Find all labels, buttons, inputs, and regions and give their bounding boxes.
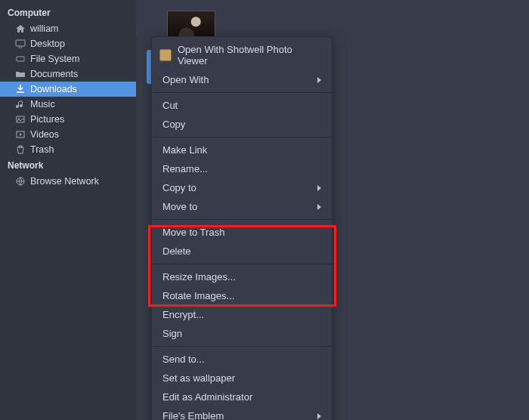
menu-label: Open With Shotwell Photo Viewer bbox=[178, 44, 321, 66]
menu-separator bbox=[152, 137, 332, 137]
menu-label: Set as wallpaper bbox=[162, 372, 321, 384]
sidebar-header-network: Network bbox=[0, 157, 136, 174]
menu-cut[interactable]: Cut bbox=[152, 96, 332, 115]
menu-delete[interactable]: Delete bbox=[152, 242, 332, 261]
menu-label: Edit as Administrator bbox=[162, 391, 321, 403]
menu-files-emblem[interactable]: File's Emblem bbox=[152, 406, 332, 420]
menu-label: Send to... bbox=[162, 354, 321, 365]
sidebar-item-home[interactable]: william bbox=[0, 21, 136, 36]
sidebar-item-desktop[interactable]: Desktop bbox=[0, 36, 136, 51]
menu-send-to[interactable]: Send to... bbox=[152, 350, 332, 369]
menu-label: Rename... bbox=[162, 163, 321, 174]
menu-label: Move to Trash bbox=[162, 227, 321, 238]
sidebar-item-browse-network[interactable]: Browse Network bbox=[0, 174, 136, 189]
menu-label: Delete bbox=[162, 246, 321, 257]
menu-rename[interactable]: Rename... bbox=[152, 159, 332, 178]
menu-set-as-wallpaper[interactable]: Set as wallpaper bbox=[152, 369, 332, 388]
submenu-arrow-icon bbox=[317, 77, 321, 83]
sidebar-item-filesystem[interactable]: File System bbox=[0, 51, 136, 66]
sidebar-item-trash[interactable]: Trash bbox=[0, 142, 136, 157]
menu-label: Sign bbox=[162, 328, 321, 339]
menu-label: Rotate Images... bbox=[162, 290, 321, 301]
sidebar-header-computer: Computer bbox=[0, 5, 136, 21]
menu-resize-images[interactable]: Resize Images... bbox=[152, 267, 332, 286]
sidebar-item-label: Desktop bbox=[30, 39, 65, 49]
menu-separator bbox=[152, 219, 332, 220]
desktop-icon bbox=[15, 39, 26, 49]
sidebar-item-label: Pictures bbox=[30, 114, 64, 125]
sidebar-item-pictures[interactable]: Pictures bbox=[0, 112, 136, 127]
sidebar-item-label: Music bbox=[30, 99, 55, 110]
menu-label: Copy to bbox=[162, 182, 317, 193]
menu-open-with-shotwell[interactable]: Open With Shotwell Photo Viewer bbox=[152, 40, 332, 70]
submenu-arrow-icon bbox=[317, 413, 321, 419]
menu-move-to[interactable]: Move to bbox=[152, 197, 332, 216]
sidebar-item-label: Browse Network bbox=[30, 176, 99, 187]
menu-label: Encrypt... bbox=[162, 309, 321, 320]
sidebar-item-downloads[interactable]: Downloads bbox=[0, 82, 136, 97]
menu-move-to-trash[interactable]: Move to Trash bbox=[152, 223, 332, 242]
submenu-arrow-icon bbox=[317, 204, 321, 210]
download-icon bbox=[15, 84, 26, 94]
menu-open-with[interactable]: Open With bbox=[152, 70, 332, 89]
menu-label: Make Link bbox=[162, 144, 321, 156]
shotwell-app-icon bbox=[159, 49, 172, 61]
submenu-arrow-icon bbox=[317, 185, 321, 191]
music-icon bbox=[15, 99, 26, 110]
menu-copy-to[interactable]: Copy to bbox=[152, 178, 332, 197]
sidebar: Computer william Desktop File System Doc… bbox=[0, 0, 136, 420]
menu-encrypt[interactable]: Encrypt... bbox=[152, 305, 332, 324]
menu-make-link[interactable]: Make Link bbox=[152, 141, 332, 159]
menu-label: File's Emblem bbox=[162, 410, 317, 420]
menu-separator bbox=[152, 346, 332, 347]
sidebar-item-music[interactable]: Music bbox=[0, 97, 136, 112]
menu-label: Resize Images... bbox=[162, 271, 321, 283]
menu-separator bbox=[152, 264, 332, 264]
menu-label: Open With bbox=[162, 74, 317, 85]
menu-label: Cut bbox=[162, 100, 321, 111]
sidebar-item-label: Videos bbox=[30, 129, 59, 140]
menu-copy[interactable]: Copy bbox=[152, 115, 332, 134]
sidebar-item-documents[interactable]: Documents bbox=[0, 66, 136, 82]
sidebar-item-label: Documents bbox=[30, 69, 78, 79]
menu-label: Move to bbox=[162, 201, 317, 212]
menu-sign[interactable]: Sign bbox=[152, 324, 332, 343]
sidebar-item-label: File System bbox=[30, 54, 79, 64]
svg-rect-1 bbox=[17, 57, 24, 61]
trash-icon bbox=[15, 144, 26, 155]
context-menu: Open With Shotwell Photo Viewer Open Wit… bbox=[151, 36, 333, 420]
videos-icon bbox=[15, 129, 26, 140]
menu-separator bbox=[152, 92, 332, 93]
svg-rect-0 bbox=[16, 40, 25, 46]
menu-edit-as-administrator[interactable]: Edit as Administrator bbox=[152, 388, 332, 406]
sidebar-item-label: william bbox=[30, 23, 59, 34]
disk-icon bbox=[15, 54, 26, 64]
pictures-icon bbox=[15, 114, 26, 125]
sidebar-item-label: Downloads bbox=[30, 84, 77, 94]
sidebar-item-videos[interactable]: Videos bbox=[0, 127, 136, 142]
home-icon bbox=[15, 23, 26, 34]
menu-rotate-images[interactable]: Rotate Images... bbox=[152, 286, 332, 305]
folder-icon bbox=[15, 69, 26, 79]
network-icon bbox=[15, 176, 26, 187]
menu-label: Copy bbox=[162, 119, 321, 130]
sidebar-item-label: Trash bbox=[30, 144, 54, 155]
